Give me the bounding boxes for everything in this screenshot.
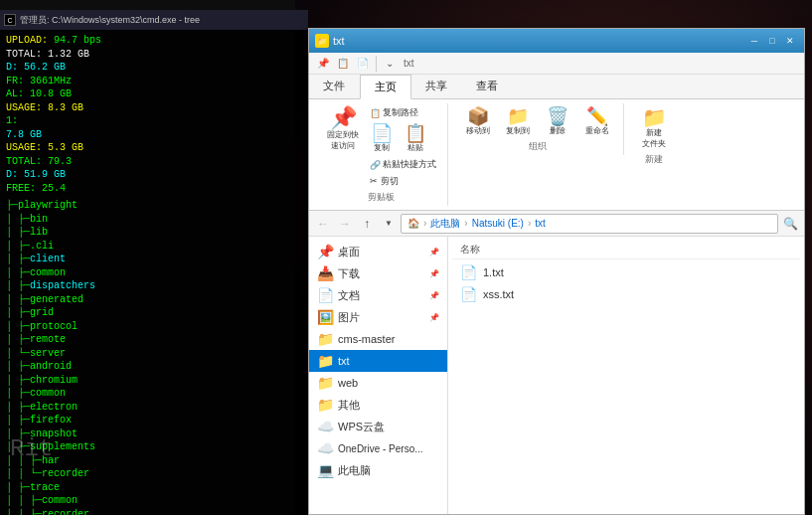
downloads-pin-icon: 📌: [429, 269, 439, 278]
sidebar-desktop-label: 桌面: [338, 245, 360, 259]
sidebar-item-onedrive[interactable]: ☁️ OneDrive - Perso...: [309, 437, 447, 459]
sidebar-web-label: web: [338, 377, 358, 389]
sidebar-item-desktop[interactable]: 📌 桌面 📌: [309, 241, 447, 262]
paste-button[interactable]: 📋 粘贴: [401, 122, 430, 155]
cmd-icon: C: [4, 14, 16, 26]
tab-home[interactable]: 主页: [360, 75, 411, 99]
terminal-line: AL: 10.8 GB: [6, 87, 302, 101]
cms-icon: 📁: [317, 331, 334, 347]
desktop-icon: 📌: [317, 244, 334, 259]
terminal-tree: ├─playwright │ ├─bin │ ├─lib │ ├─.cli │ …: [6, 199, 302, 515]
terminal-line: FREE: 25.4: [6, 182, 302, 196]
recent-button[interactable]: ▼: [379, 214, 399, 234]
sidebar: 📌 桌面 📌 📥 下载 📌 📄 文档 📌 🖼️ 图片 📌 📁: [309, 237, 448, 514]
sidebar-item-cms[interactable]: 📁 cms-master: [309, 328, 447, 350]
tab-share[interactable]: 共享: [411, 75, 462, 98]
pin-label: 固定到快速访问: [327, 129, 359, 151]
delete-button[interactable]: 🗑️ 删除: [540, 105, 575, 138]
sidebar-item-txt[interactable]: 📁 txt: [309, 350, 447, 372]
minimize-button[interactable]: ─: [746, 34, 762, 48]
terminal-line: FR: 3661MHz: [6, 75, 302, 88]
copy-path-button[interactable]: 📋 复制路径: [367, 105, 439, 120]
terminal-line: 7.8 GB: [6, 128, 302, 142]
paste-copy-row: 📄 复制 📋 粘贴: [367, 122, 439, 155]
terminal-line: USAGE: 5.3 GB: [6, 141, 302, 155]
quick-access-toolbar: 📌 📋 📄 ⌄ txt: [309, 53, 804, 75]
new-label: 新建: [645, 153, 663, 166]
up-button[interactable]: ↑: [357, 214, 377, 234]
cmd-title-text: 管理员: C:\Windows\system32\cmd.exe - tree: [20, 14, 304, 27]
copy-label: 复制: [374, 142, 390, 153]
tab-view[interactable]: 查看: [462, 75, 513, 98]
pin-arrow-icon: 📌: [429, 248, 439, 257]
txt-folder-icon: 📁: [317, 353, 334, 369]
sidebar-other-label: 其他: [338, 398, 360, 413]
txt-file-icon-xss: 📄: [460, 286, 477, 302]
terminal-line: USAGE: 8.3 GB: [6, 101, 302, 115]
documents-icon: 📄: [317, 287, 334, 303]
sidebar-item-web[interactable]: 📁 web: [309, 372, 447, 394]
copy-to-button[interactable]: 📁 复制到: [500, 105, 536, 138]
paste-shortcut-icon: 🔗: [370, 160, 381, 170]
file-list-header: 名称: [452, 241, 800, 259]
organize-buttons: 📦 移动到 📁 复制到 🗑️ 删除 ✏️ 重命名: [460, 105, 615, 138]
sidebar-onedrive-label: OneDrive - Perso...: [338, 443, 423, 454]
copy-paste-group: 📋 复制路径 📄 复制 📋 粘贴 🔗: [367, 105, 439, 189]
rit-text: Rit: [10, 433, 53, 465]
cmd-title-bar: C 管理员: C:\Windows\system32\cmd.exe - tre…: [0, 10, 308, 30]
clipboard-label: 剪贴板: [368, 191, 395, 204]
sidebar-pictures-label: 图片: [338, 310, 360, 325]
sidebar-documents-label: 文档: [338, 288, 360, 303]
address-drive[interactable]: Natsuki (E:): [472, 218, 524, 229]
clipboard-group: 📌 固定到快速访问 📋 复制路径 📄 复制 📋: [315, 103, 448, 206]
rename-button[interactable]: ✏️ 重命名: [579, 105, 615, 138]
address-computer[interactable]: 此电脑: [430, 217, 460, 231]
back-button[interactable]: ←: [313, 214, 333, 234]
close-button[interactable]: ✕: [782, 34, 798, 48]
copy-path-icon: 📋: [370, 108, 381, 118]
sidebar-item-documents[interactable]: 📄 文档 📌: [309, 284, 447, 306]
copy-to-label: 复制到: [506, 125, 530, 136]
documents-pin-icon: 📌: [429, 291, 439, 300]
copy-button[interactable]: 📄 复制: [367, 122, 397, 155]
tab-file[interactable]: 文件: [309, 75, 360, 98]
address-bar[interactable]: 🏠 › 此电脑 › Natsuki (E:) › txt: [401, 214, 778, 234]
file-item-1txt[interactable]: 📄 1.txt: [452, 261, 800, 283]
txt-file-icon-1: 📄: [460, 264, 477, 280]
forward-button[interactable]: →: [335, 214, 355, 234]
terminal-line: D: 56.2 GB: [6, 61, 302, 75]
terminal-line: TOTAL: 79.3: [6, 155, 302, 169]
delete-icon: 🗑️: [547, 107, 568, 125]
address-home-icon: 🏠: [407, 218, 419, 229]
sidebar-item-downloads[interactable]: 📥 下载 📌: [309, 262, 447, 284]
quick-pin-button[interactable]: 📌: [313, 55, 333, 73]
quick-copy-button[interactable]: 📋: [333, 55, 353, 73]
search-button[interactable]: 🔍: [780, 214, 800, 234]
cut-button[interactable]: ✂ 剪切: [367, 174, 439, 189]
paste-shortcut-button[interactable]: 🔗 粘贴快捷方式: [367, 157, 439, 172]
window-title: txt: [333, 35, 746, 47]
quick-paste-button[interactable]: 📄: [353, 55, 373, 73]
new-folder-button[interactable]: 📁 新建文件夹: [636, 105, 672, 151]
sidebar-item-pictures[interactable]: 🖼️ 图片 📌: [309, 306, 447, 328]
terminal-line: UPLOAD: 94.7 bps: [6, 34, 302, 48]
explorer-window: 📁 txt ─ □ ✕ 📌 📋 📄 ⌄ txt 文件 主页 共享 查看 📌 固定…: [308, 28, 805, 515]
rename-icon: ✏️: [586, 107, 608, 125]
sidebar-txt-label: txt: [338, 355, 350, 367]
ribbon-content: 📌 固定到快速访问 📋 复制路径 📄 复制 📋: [309, 99, 804, 211]
pictures-icon: 🖼️: [317, 309, 334, 325]
sidebar-item-other[interactable]: 📁 其他: [309, 394, 447, 416]
maximize-button[interactable]: □: [764, 34, 780, 48]
quick-properties-button[interactable]: ⌄: [380, 55, 400, 73]
sidebar-item-wps[interactable]: ☁️ WPS云盘: [309, 416, 447, 437]
title-bar: 📁 txt ─ □ ✕: [309, 29, 804, 53]
move-to-button[interactable]: 📦 移动到: [460, 105, 496, 138]
sidebar-item-computer[interactable]: 💻 此电脑: [309, 459, 447, 481]
address-folder[interactable]: txt: [535, 218, 546, 229]
file-item-xss[interactable]: 📄 xss.txt: [452, 283, 800, 305]
onedrive-icon: ☁️: [317, 440, 334, 456]
name-column-header: 名称: [460, 243, 480, 257]
terminal-line: TOTAL: 1.32 GB: [6, 48, 302, 62]
pin-icon: 📌: [330, 107, 357, 129]
pin-to-quick-button[interactable]: 📌 固定到快速访问: [323, 105, 363, 153]
